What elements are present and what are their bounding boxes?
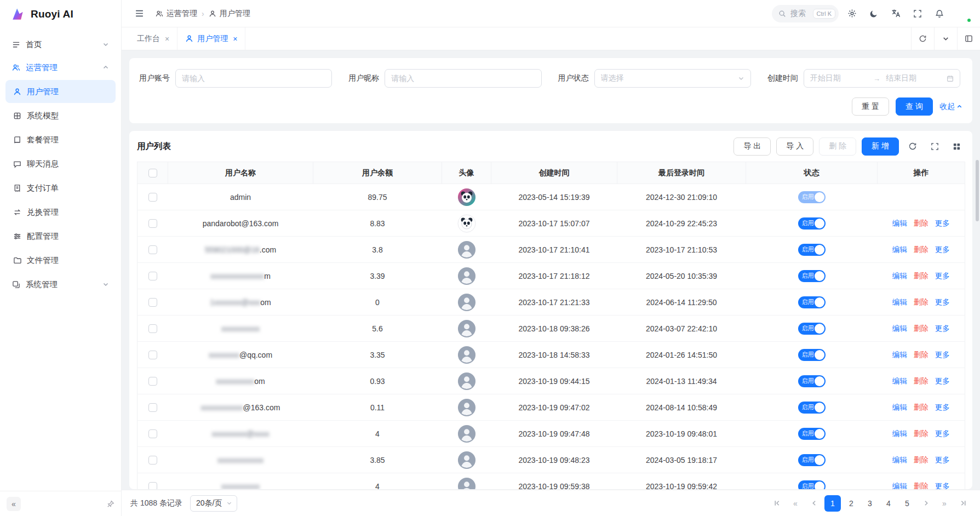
delete-link[interactable]: 删除 [914,324,929,332]
fullscreen-icon[interactable] [926,138,943,154]
sidebar-item-payment-orders[interactable]: 支付订单 [5,176,116,199]
tab-user-management[interactable]: 用户管理× [177,27,245,50]
app-logo[interactable]: Ruoyi AI [0,0,121,28]
more-link[interactable]: 更多 [935,429,950,438]
prev-group-icon[interactable]: « [787,495,804,512]
column-header[interactable]: 最后登录时间 [617,162,746,184]
delete-link[interactable]: 删除 [914,272,929,280]
delete-link[interactable]: 删除 [914,429,929,438]
refresh-icon[interactable] [911,27,934,50]
edit-link[interactable]: 编辑 [892,272,907,280]
edit-link[interactable]: 编辑 [892,482,907,490]
column-settings-grid-icon[interactable] [948,138,965,154]
row-checkbox[interactable] [148,351,157,359]
column-header[interactable]: 用户余额 [313,162,442,184]
more-link[interactable]: 更多 [935,245,950,254]
row-checkbox[interactable] [148,324,157,333]
sidebar-item-package-management[interactable]: 套餐管理 [5,128,116,151]
row-checkbox[interactable] [148,429,157,438]
account-input[interactable] [182,74,325,83]
delete-link[interactable]: 删除 [914,482,929,490]
nickname-input[interactable] [391,74,535,83]
edit-link[interactable]: 编辑 [892,456,907,464]
sidebar-item-chat-messages[interactable]: 聊天消息 [5,152,116,175]
page-number-4[interactable]: 4 [880,495,897,512]
row-checkbox[interactable] [148,219,157,228]
row-checkbox[interactable] [148,193,157,202]
more-link[interactable]: 更多 [935,324,950,332]
delete-link[interactable]: 删除 [914,403,929,411]
delete-link[interactable]: 删除 [914,245,929,254]
user-avatar[interactable] [953,4,971,23]
first-page-icon[interactable] [769,495,785,512]
column-header[interactable]: 头像 [442,162,491,184]
import-button[interactable]: 导 入 [776,137,813,156]
status-toggle[interactable]: 启用 [798,480,826,490]
export-button[interactable]: 导 出 [733,137,771,156]
more-link[interactable]: 更多 [935,403,950,411]
more-link[interactable]: 更多 [935,351,950,359]
breadcrumb-operations[interactable]: 运营管理 [156,9,197,19]
row-checkbox[interactable] [148,403,157,412]
edit-link[interactable]: 编辑 [892,324,907,332]
page-number-5[interactable]: 5 [899,495,915,512]
sidebar-item-user-management[interactable]: 用户管理 [5,80,116,103]
tab-workbench[interactable]: 工作台× [129,27,177,50]
dark-mode-moon-icon[interactable] [865,5,882,22]
reset-button[interactable]: 重 置 [852,98,889,116]
more-link[interactable]: 更多 [935,377,950,385]
page-size-select[interactable]: 20条/页 [190,495,237,512]
status-toggle[interactable]: 启用 [798,244,826,256]
column-header[interactable]: 创建时间 [491,162,617,184]
delete-link[interactable]: 删除 [914,377,929,385]
next-page-icon[interactable] [918,495,934,512]
status-toggle[interactable]: 启用 [798,296,826,308]
sidebar-item-config-management[interactable]: 配置管理 [5,225,116,248]
sidebar-item-operations[interactable]: 运营管理 [5,56,116,79]
edit-link[interactable]: 编辑 [892,377,907,385]
delete-link[interactable]: 删除 [914,351,929,359]
status-toggle[interactable]: 启用 [798,191,826,203]
row-checkbox[interactable] [148,482,157,489]
prev-page-icon[interactable] [806,495,822,512]
sidebar-item-file-management[interactable]: 文件管理 [5,249,116,272]
date-range-picker[interactable]: 开始日期 → 结束日期 [804,69,960,88]
add-button[interactable]: 新 增 [862,137,899,156]
global-search-input[interactable]: 搜索 Ctrl K [772,5,839,22]
status-toggle[interactable]: 启用 [798,454,826,466]
row-checkbox[interactable] [148,298,157,307]
fullscreen-icon[interactable] [909,5,926,22]
menu-toggle-icon[interactable] [130,5,148,22]
last-page-icon[interactable] [955,495,971,512]
row-checkbox[interactable] [148,245,157,254]
close-icon[interactable]: × [233,35,237,43]
column-header[interactable]: 操作 [878,162,965,184]
sidebar-item-system-model[interactable]: 系统模型 [5,104,116,127]
more-link[interactable]: 更多 [935,272,950,280]
layout-icon[interactable] [957,27,980,50]
edit-link[interactable]: 编辑 [892,298,907,306]
vertical-scrollbar[interactable] [976,160,979,221]
status-toggle[interactable]: 启用 [798,323,826,335]
delete-link[interactable]: 删除 [914,456,929,464]
column-header[interactable]: 用户名称 [168,162,313,184]
column-header[interactable]: 状态 [746,162,878,184]
row-checkbox[interactable] [148,377,157,386]
row-checkbox[interactable] [148,272,157,280]
pin-icon[interactable] [107,500,114,508]
query-button[interactable]: 查 询 [896,98,933,116]
status-toggle[interactable]: 启用 [798,270,826,282]
more-link[interactable]: 更多 [935,298,950,306]
row-checkbox[interactable] [148,456,157,465]
edit-link[interactable]: 编辑 [892,403,907,411]
chevron-down-icon[interactable] [934,27,957,50]
sidebar-item-exchange-management[interactable]: 兑换管理 [5,200,116,223]
status-toggle[interactable]: 启用 [798,402,826,414]
delete-link[interactable]: 删除 [914,298,929,306]
collapse-filter-link[interactable]: 收起 [939,102,962,112]
notifications-bell-icon[interactable] [931,5,948,22]
page-number-1[interactable]: 1 [824,495,841,512]
select-all-checkbox[interactable] [148,169,157,177]
status-toggle[interactable]: 启用 [798,428,826,440]
translate-icon[interactable] [887,5,904,22]
